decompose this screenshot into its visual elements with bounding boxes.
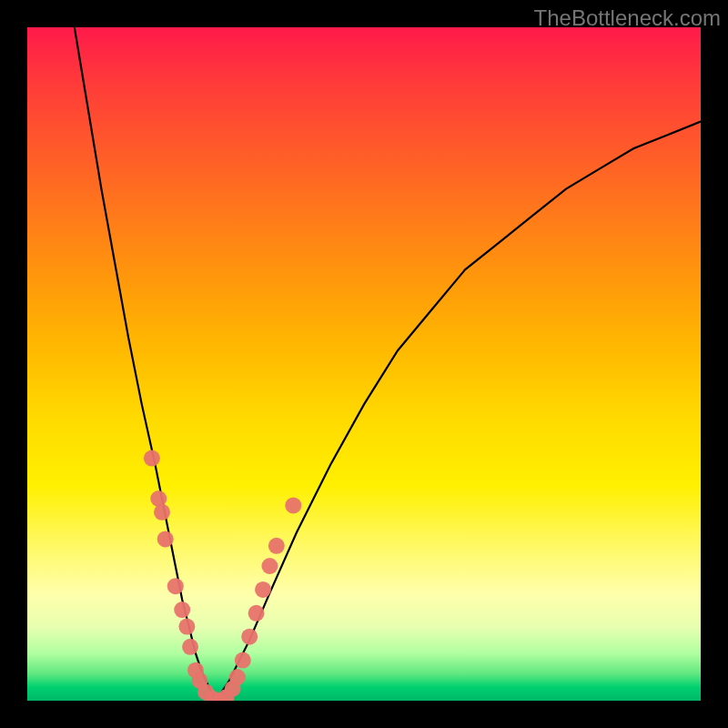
marker-point: [178, 619, 195, 635]
marker-point: [255, 581, 271, 598]
curve-left-curve: [75, 27, 216, 701]
chart-svg: [27, 27, 701, 701]
marker-point: [182, 639, 198, 655]
marker-point: [235, 652, 251, 669]
marker-point: [229, 669, 246, 685]
chart-container: TheBottleneck.com: [0, 0, 728, 728]
plot-area: [27, 27, 701, 701]
marker-point: [241, 629, 258, 645]
marker-point: [248, 605, 265, 622]
marker-point: [154, 504, 170, 521]
curve-right-curve: [216, 122, 701, 701]
marker-point: [261, 558, 278, 574]
watermark-text: TheBottleneck.com: [534, 5, 721, 31]
marker-point: [144, 450, 160, 467]
marker-point: [174, 602, 190, 618]
marker-point: [167, 578, 184, 594]
marker-point: [268, 538, 285, 554]
marker-point: [285, 497, 301, 513]
marker-point: [157, 531, 174, 547]
